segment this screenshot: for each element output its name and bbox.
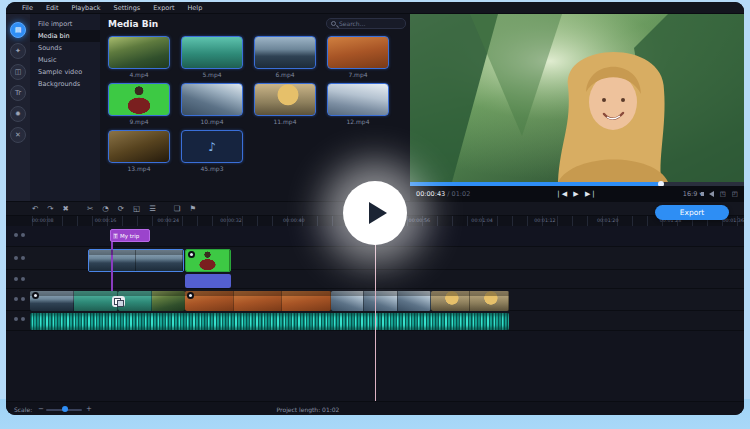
ruler-label: 00:01:04 (471, 218, 493, 223)
overlay-clip-lake[interactable] (88, 249, 184, 272)
nav-item-music[interactable]: Music (30, 54, 100, 66)
ruler-label: 00:00:24 (158, 218, 180, 223)
menu-help[interactable]: Help (187, 4, 202, 12)
preview-player: 00:00:43 / 01:02 |◀ ▶ ▶| 16:9 ▾ ◳ ◰ (410, 14, 744, 202)
media-item-13.mp4[interactable]: 13.mp4 (108, 130, 170, 172)
rail-titles-icon[interactable]: Tr (10, 85, 26, 101)
media-item-11.mp4[interactable]: 11.mp4 (254, 83, 316, 125)
clip-effect-badge (32, 292, 39, 299)
media-item-9.mp4[interactable]: 9.mp4 (108, 83, 170, 125)
video-thumbnail (108, 83, 170, 116)
main-clip-2[interactable] (118, 291, 185, 311)
search-box[interactable] (326, 18, 406, 29)
main-clip-1[interactable] (30, 291, 118, 311)
undo-icon[interactable]: ↶ (32, 205, 38, 213)
media-item-label: 6.mp4 (254, 71, 316, 78)
media-item-label: 4.mp4 (108, 71, 170, 78)
detach-player-icon[interactable]: ◰ (732, 190, 738, 198)
marker-icon[interactable]: ⚑ (190, 205, 197, 213)
audio-track-header[interactable] (14, 317, 25, 321)
nav-item-backgrounds[interactable]: Backgrounds (30, 78, 100, 90)
media-item-4.mp4[interactable]: 4.mp4 (108, 36, 170, 78)
crop-icon[interactable]: ◱ (133, 205, 140, 213)
speed-icon[interactable]: ◔ (102, 205, 109, 213)
menu-file[interactable]: File (22, 4, 33, 12)
menu-edit[interactable]: Edit (46, 4, 59, 12)
aspect-ratio-select[interactable]: 16:9 ▾ (683, 190, 703, 198)
project-length: Project length: 01:02 (238, 406, 378, 413)
media-item-10.mp4[interactable]: 10.mp4 (181, 83, 243, 125)
overlay-clip-greenscreen[interactable] (185, 249, 231, 272)
ruler-label: 00:00:16 (95, 218, 117, 223)
rail-more-tools-icon[interactable]: ✕ (10, 127, 26, 143)
rail-media-import-icon[interactable]: ▤ (10, 22, 26, 38)
split-icon[interactable]: ✂ (87, 205, 93, 213)
media-bin-panel: Media Bin 4.mp45.mp46.mp47.mp49.mp410.mp… (100, 14, 412, 201)
tool-rail: ▤✦◫Tr✹✕ (6, 14, 30, 201)
media-item-7.mp4[interactable]: 7.mp4 (327, 36, 389, 78)
ruler-label: 00:00:56 (409, 218, 431, 223)
overlay-audio-header[interactable] (14, 277, 25, 281)
properties-icon[interactable]: ☰ (149, 205, 156, 213)
next-frame-button[interactable]: ▶| (585, 190, 597, 198)
export-button[interactable]: Export (655, 205, 729, 220)
ruler-label: 00:01:12 (534, 218, 556, 223)
menu-playback[interactable]: Playback (71, 4, 100, 12)
ruler-label: 00:00:32 (220, 218, 242, 223)
zoom-out-button[interactable]: − (38, 405, 44, 413)
status-bar: Scale: − + Project length: 01:02 (6, 401, 744, 415)
rail-stickers-icon[interactable]: ✹ (10, 106, 26, 122)
clip-effect-badge (187, 292, 194, 299)
nav-item-sounds[interactable]: Sounds (30, 42, 100, 54)
menu-export[interactable]: Export (153, 4, 174, 12)
media-item-label: 9.mp4 (108, 118, 170, 125)
media-item-5.mp4[interactable]: 5.mp4 (181, 36, 243, 78)
rotate-icon[interactable]: ⟳ (118, 205, 124, 213)
preview-right-controls: 16:9 ▾ ◳ ◰ (683, 190, 738, 198)
main-track-header[interactable] (14, 297, 25, 301)
scale-slider-knob[interactable] (62, 406, 68, 412)
media-item-label: 45.mp3 (181, 165, 243, 172)
main-clip-5[interactable] (431, 291, 509, 311)
title-clip[interactable]: T My trip (110, 229, 150, 242)
transition-icon[interactable] (112, 296, 125, 307)
title-track-header[interactable] (14, 233, 25, 237)
media-item-6.mp4[interactable]: 6.mp4 (254, 36, 316, 78)
zoom-in-button[interactable]: + (86, 405, 92, 413)
big-play-button[interactable] (343, 181, 407, 245)
media-item-label: 13.mp4 (108, 165, 170, 172)
media-item-45.mp3[interactable]: ♪45.mp3 (181, 130, 243, 172)
title-icon: T (113, 233, 118, 239)
prev-frame-button[interactable]: |◀ (557, 190, 569, 198)
greenscreen-audio-clip[interactable] (185, 274, 231, 288)
nav-item-sample-video[interactable]: Sample video (30, 66, 100, 78)
main-clip-3[interactable] (185, 291, 331, 311)
chroma-key-badge (188, 251, 195, 258)
delete-icon[interactable]: ✖ (63, 205, 69, 213)
menu-settings[interactable]: Settings (114, 4, 141, 12)
nav-item-file-import[interactable]: File import (30, 18, 100, 30)
rail-transitions-icon[interactable]: ◫ (10, 64, 26, 80)
copy-icon[interactable]: ❏ (174, 205, 181, 213)
search-input[interactable] (339, 20, 401, 27)
redo-icon[interactable]: ↷ (47, 205, 53, 213)
media-bin-title: Media Bin (108, 19, 158, 29)
video-thumbnail (254, 36, 316, 69)
toolbar-group: ↶↷✖ (32, 205, 69, 213)
overlay-track-header[interactable] (14, 256, 25, 260)
play-button[interactable]: ▶ (573, 190, 580, 198)
preview-video[interactable] (410, 14, 744, 182)
volume-icon[interactable] (709, 191, 714, 197)
fullscreen-icon[interactable]: ◳ (720, 190, 726, 198)
rail-filters-icon[interactable]: ✦ (10, 43, 26, 59)
video-thumbnail (254, 83, 316, 116)
media-item-label: 12.mp4 (327, 118, 389, 125)
video-thumbnail (327, 83, 389, 116)
play-triangle-icon (369, 202, 387, 224)
main-clip-4[interactable] (331, 291, 431, 311)
audio-waveform-clip[interactable] (30, 313, 509, 330)
nav-item-media-bin[interactable]: Media bin (30, 30, 100, 42)
nav-panel: File importMedia binSoundsMusicSample vi… (30, 14, 100, 201)
media-item-12.mp4[interactable]: 12.mp4 (327, 83, 389, 125)
toolbar-group: ✂◔⟳◱☰ (87, 205, 156, 213)
